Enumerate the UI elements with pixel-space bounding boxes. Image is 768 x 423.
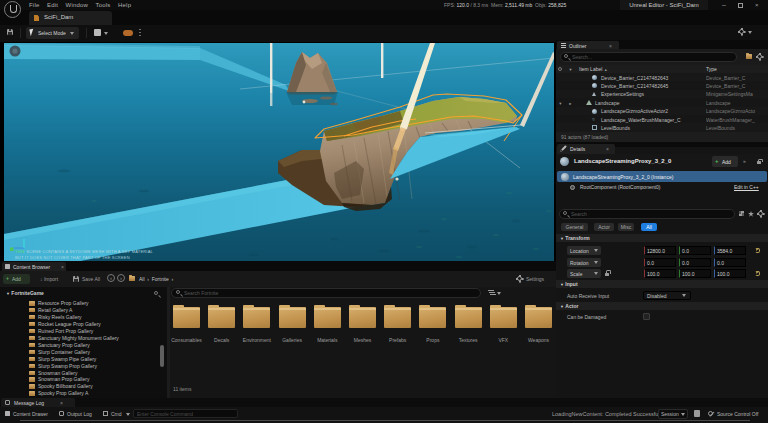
svg-text:THIS SCENE CONTAINS A SKYDOME: THIS SCENE CONTAINS A SKYDOME MESH WITH … [15,249,154,254]
svg-text:BUT IT DOES NOT COVER THAT PAR: BUT IT DOES NOT COVER THAT PART OF THE S… [15,255,130,260]
